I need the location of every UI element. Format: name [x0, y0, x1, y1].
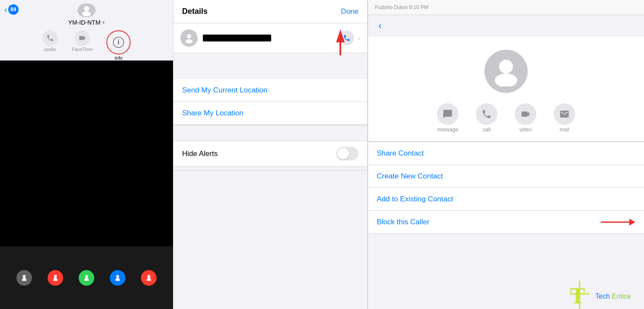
right-header-status: Fudono Duluo 9:10 PM	[375, 4, 428, 10]
share-location-button[interactable]: Share My Location	[173, 102, 367, 125]
hide-alerts-label: Hide Alerts	[182, 150, 218, 158]
svg-point-5	[54, 275, 57, 278]
mail-action[interactable]: mail	[554, 103, 575, 133]
svg-point-8	[147, 275, 151, 278]
svg-point-1	[82, 11, 91, 16]
action-icons-row: audio FaceTime i info	[42, 30, 131, 61]
add-existing-contact-button[interactable]: Add to Existing Contact	[368, 188, 644, 211]
empty-section	[173, 170, 367, 296]
right-menu-section: Share Contact Create New Contact Add to …	[368, 142, 644, 234]
hide-alerts-row: Hide Alerts	[173, 140, 367, 167]
conversation-area	[0, 61, 173, 246]
message-action[interactable]: message	[437, 103, 458, 133]
call-action[interactable]: call	[476, 103, 497, 133]
left-panel-header: ‹ 89 YM-ID-NTM ▾ audio	[0, 0, 173, 61]
right-contact-section: message call video	[368, 37, 644, 142]
info-label: info	[115, 55, 122, 61]
chevron-right-icon: ›	[358, 34, 360, 43]
watermark-icon: T	[568, 281, 592, 309]
mail-label: mail	[560, 127, 569, 133]
audio-icon-circle	[42, 30, 58, 46]
svg-text:i: i	[118, 38, 119, 46]
block-caller-row[interactable]: Block this Caller	[368, 211, 644, 234]
svg-point-6	[85, 275, 88, 278]
contact-avatar-mid	[180, 29, 198, 47]
svg-point-9	[187, 34, 191, 38]
svg-text:T: T	[570, 284, 585, 308]
call-label: call	[483, 127, 490, 133]
chevron-down-icon: ▾	[102, 19, 105, 25]
right-contact-avatar	[484, 50, 528, 93]
svg-point-11	[499, 60, 513, 73]
bottom-icon-2[interactable]	[48, 270, 63, 286]
watermark-tech: Tech	[595, 293, 610, 300]
info-icon-circle: i	[106, 30, 131, 54]
video-icon-circle	[515, 103, 536, 125]
watermark-text: Tech Entice	[595, 293, 631, 300]
right-panel: Fudono Duluo 9:10 PM ‹ message	[368, 0, 644, 309]
phone-redacted	[203, 35, 271, 41]
bottom-icon-4[interactable]	[110, 270, 125, 286]
back-button[interactable]: ‹ 89	[4, 4, 19, 15]
arrow-right-red-icon	[601, 220, 635, 225]
audio-label: audio	[44, 47, 56, 52]
svg-point-12	[495, 73, 517, 86]
done-button[interactable]: Done	[341, 7, 359, 16]
arrow-annotation-up	[336, 29, 345, 55]
block-caller-label: Block this Caller	[377, 218, 429, 226]
bottom-icon-3[interactable]	[79, 270, 94, 286]
message-label: message	[437, 127, 458, 133]
video-action[interactable]: video	[515, 103, 536, 133]
back-chevron-icon: ‹	[4, 5, 7, 15]
mail-icon-circle	[554, 103, 575, 125]
left-panel: ‹ 89 YM-ID-NTM ▾ audio	[0, 0, 173, 309]
bottom-icon-1[interactable]	[16, 270, 32, 286]
details-title: Details	[182, 7, 208, 16]
svg-point-4	[23, 275, 26, 278]
create-new-contact-button[interactable]: Create New Contact	[368, 165, 644, 188]
avatar	[77, 3, 96, 17]
facetime-action[interactable]: FaceTime	[72, 30, 93, 61]
watermark: T Tech Entice	[568, 281, 631, 309]
toggle-thumb	[337, 148, 349, 159]
facetime-label: FaceTime	[72, 47, 93, 52]
audio-action[interactable]: audio	[42, 30, 58, 61]
contact-name: YM-ID-NTM ▾	[68, 19, 105, 26]
share-contact-button[interactable]: Share Contact	[368, 142, 644, 165]
svg-point-0	[84, 6, 89, 11]
hide-alerts-toggle[interactable]	[336, 147, 359, 160]
middle-header: Details Done	[173, 0, 367, 23]
send-location-button[interactable]: Send My Current Location	[173, 79, 367, 102]
facetime-icon-circle	[74, 30, 90, 46]
info-action[interactable]: i info	[106, 30, 131, 61]
bottom-icon-5[interactable]	[141, 270, 157, 286]
back-badge: 89	[8, 4, 19, 15]
bottom-toolbar	[0, 246, 173, 309]
message-icon-circle	[437, 103, 458, 125]
middle-panel: Details Done › Send My	[173, 0, 368, 309]
watermark-entice: Entice	[610, 293, 631, 300]
svg-point-10	[186, 39, 192, 43]
call-icon-circle	[476, 103, 497, 125]
right-action-row: message call video	[437, 103, 575, 133]
right-back-button[interactable]: ‹	[375, 19, 385, 33]
video-label: video	[519, 127, 532, 133]
block-caller-arrow	[601, 220, 635, 225]
svg-point-7	[116, 275, 119, 278]
right-bottom-section: T Tech Entice	[368, 234, 644, 309]
middle-content: › Send My Current Location Share My Loca…	[173, 23, 367, 296]
right-header: Fudono Duluo 9:10 PM	[368, 0, 644, 15]
